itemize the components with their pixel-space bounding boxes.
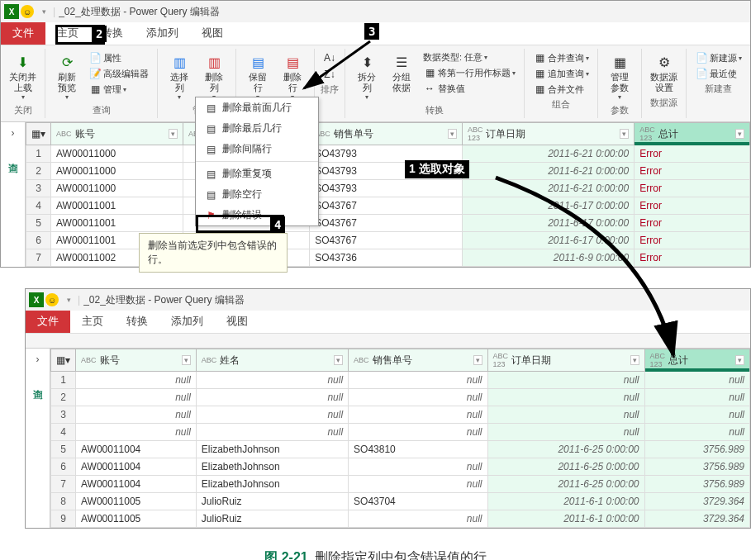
cell[interactable]: AW00011000 — [51, 180, 183, 197]
data-src-button[interactable]: ⚙ 数据源 设置 — [647, 50, 681, 95]
cell[interactable]: 2011-6-9 0:00:00 — [462, 249, 634, 267]
filter-icon[interactable]: ▾ — [630, 355, 639, 365]
datatype-icon[interactable]: ABC — [56, 130, 72, 138]
cell[interactable]: ElizabethJohnson — [196, 458, 348, 476]
datatype-icon[interactable]: ABC — [354, 356, 369, 364]
cell[interactable]: Error — [635, 249, 750, 267]
table-row[interactable]: 6AW00011001SO437672011-6-17 0:00:00Error — [26, 232, 750, 249]
row-number[interactable]: 9 — [51, 510, 76, 528]
datatype-icon[interactable]: ABC123 — [493, 352, 509, 368]
replace-values-button[interactable]: ↔替换值 — [420, 81, 519, 96]
cell[interactable]: null — [644, 389, 749, 406]
cell[interactable]: Error — [635, 163, 750, 180]
cell[interactable]: AW00011005 — [76, 493, 197, 510]
cell[interactable]: null — [487, 372, 644, 389]
filter-icon[interactable]: ▾ — [735, 355, 744, 365]
table-row[interactable]: 5AW00011001SO437672011-6-17 0:00:00Error — [26, 215, 750, 232]
row-number[interactable]: 5 — [26, 215, 51, 232]
dd-remove-alt-rows[interactable]: ▤删除间隔行 — [196, 139, 318, 159]
refresh-preview-button[interactable]: ⟳ 刷新 预览 ▾ — [50, 50, 83, 102]
dd-remove-bottom-rows[interactable]: ▤删除最后几行 — [196, 118, 318, 139]
col-header-total[interactable]: ABC123总计▾ — [644, 349, 749, 372]
cell[interactable]: 2011-6-17 0:00:00 — [462, 232, 634, 249]
cell[interactable]: null — [196, 372, 348, 389]
first-row-header-button[interactable]: ▦将第一行用作标题▾ — [420, 65, 519, 80]
cell[interactable]: SO43767 — [310, 215, 463, 232]
keep-rows-button[interactable]: ▤ 保留 行 ▾ — [241, 50, 274, 102]
datatype-icon[interactable]: ABC123 — [639, 126, 655, 142]
col-header-order[interactable]: ABC销售单号▾ — [349, 349, 487, 372]
cell[interactable]: 3756.989 — [644, 458, 749, 476]
table-row[interactable]: 2nullnullnullnullnull — [51, 389, 750, 406]
qat-caret-icon[interactable]: ▾ — [67, 296, 71, 304]
row-number[interactable]: 4 — [26, 197, 51, 215]
queries-pane-collapsed[interactable]: › 查询 — [26, 349, 50, 528]
table-row[interactable]: 9AW00011005JulioRuiznull2011-6-1 0:00:00… — [51, 510, 750, 528]
filter-icon[interactable]: ▾ — [473, 355, 482, 365]
cell[interactable]: ElizabethJohnson — [196, 441, 348, 458]
tab-view[interactable]: 视图 — [190, 22, 235, 45]
new-source-button[interactable]: 📄新建源▾ — [692, 50, 745, 65]
merge-query-button[interactable]: ▦合并查询▾ — [530, 50, 592, 65]
datatype-icon[interactable]: ABC — [81, 356, 97, 364]
close-load-button[interactable]: ⬇ 关闭并 上载 ▾ — [6, 50, 40, 102]
col-header-order[interactable]: ABC销售单号▾ — [310, 123, 463, 145]
remove-cols-button[interactable]: ▥ 删除 列 ▾ — [197, 50, 231, 102]
cell[interactable]: SO43704 — [349, 493, 487, 510]
datatype-icon[interactable]: ABC123 — [650, 352, 666, 368]
cell[interactable]: Error — [635, 232, 750, 249]
datatype-icon[interactable]: ABC — [202, 356, 217, 364]
table-row[interactable]: 5AW00011004ElizabethJohnsonSO438102011-6… — [51, 441, 750, 458]
cell[interactable]: SO43736 — [310, 249, 463, 267]
table-row[interactable]: 2AW00011000SO437932011-6-21 0:00:00Error — [26, 163, 750, 180]
col-header-date[interactable]: ABC123订单日期▾ — [487, 349, 644, 372]
data-type-button[interactable]: 数据类型: 任意▾ — [420, 50, 519, 64]
cell[interactable]: null — [349, 424, 487, 441]
row-number[interactable]: 5 — [51, 441, 76, 458]
cell[interactable]: 2011-6-21 0:00:00 — [462, 145, 634, 163]
filter-icon[interactable]: ▾ — [448, 129, 457, 139]
cell[interactable]: AW00011004 — [76, 458, 197, 476]
col-header-acct[interactable]: ABC账号▾ — [76, 349, 197, 372]
combine-files-button[interactable]: ▦合并文件 — [530, 82, 587, 97]
cell[interactable]: null — [349, 458, 487, 476]
cell[interactable]: Error — [635, 197, 750, 215]
cell[interactable]: JulioRuiz — [196, 493, 348, 510]
cell[interactable]: 2011-6-25 0:00:00 — [487, 458, 644, 476]
datatype-icon[interactable]: ABC123 — [468, 126, 483, 142]
cell[interactable]: null — [349, 510, 487, 528]
filter-icon[interactable]: ▾ — [735, 129, 744, 139]
cell[interactable]: JulioRuiz — [196, 510, 348, 528]
qat-caret-icon[interactable]: ▾ — [42, 7, 46, 16]
table-row[interactable]: 3nullnullnullnullnull — [51, 406, 750, 424]
row-number[interactable]: 2 — [51, 389, 76, 406]
col-header-date[interactable]: ABC123订单日期▾ — [462, 123, 634, 145]
manage-params-button[interactable]: ▦ 管理 参数 ▾ — [603, 50, 636, 102]
col-header-name[interactable]: ABC姓名▾ — [196, 349, 348, 372]
cell[interactable]: 3729.364 — [644, 493, 749, 510]
table-row[interactable]: 3AW00011000SO437932011-6-21 0:00:00Error — [26, 180, 750, 197]
col-header-acct[interactable]: ABC账号▾ — [51, 123, 183, 145]
table-row[interactable]: 1nullnullnullnullnull — [51, 372, 750, 389]
cell[interactable]: AW00011001 — [51, 215, 183, 232]
cell[interactable]: null — [349, 476, 487, 493]
cell[interactable]: null — [487, 424, 644, 441]
dd-remove-dupes[interactable]: ▤删除重复项 — [196, 164, 318, 184]
manage-button[interactable]: ▦管理▾ — [85, 82, 152, 97]
table-row[interactable]: 4AW00011001SO437672011-6-17 0:00:00Error — [26, 197, 750, 215]
cell[interactable]: Error — [635, 180, 750, 197]
split-col-button[interactable]: ⬍ 拆分 列 ▾ — [350, 50, 383, 102]
filter-icon[interactable]: ▾ — [169, 129, 178, 139]
row-number[interactable]: 3 — [26, 180, 51, 197]
cell[interactable]: null — [487, 406, 644, 424]
dd-remove-top-rows[interactable]: ▤删除最前面几行 — [196, 97, 318, 118]
tab-file[interactable]: 文件 — [1, 22, 45, 45]
cell[interactable]: null — [196, 389, 348, 406]
filter-icon[interactable]: ▾ — [182, 355, 191, 365]
cell[interactable]: 2011-6-21 0:00:00 — [462, 180, 634, 197]
cell[interactable]: ElizabethJohnson — [196, 476, 348, 493]
cell[interactable]: 2011-6-1 0:00:00 — [487, 510, 644, 528]
cell[interactable]: 2011-6-1 0:00:00 — [487, 493, 644, 510]
table-row[interactable]: 1AW00011000SO437932011-6-21 0:00:00Error — [26, 145, 750, 163]
cell[interactable]: AW00011000 — [51, 163, 183, 180]
